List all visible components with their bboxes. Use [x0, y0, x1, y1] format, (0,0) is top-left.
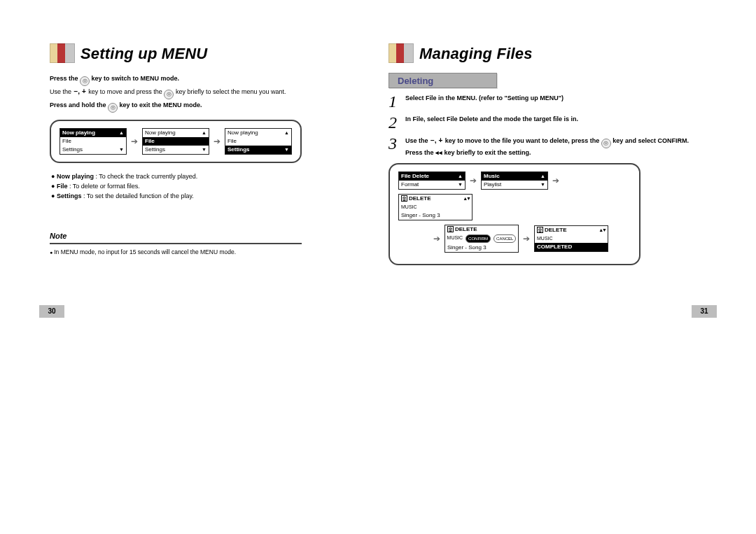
select-key-icon: ◎ [601, 139, 611, 148]
step-1: 1 Select File in the MENU. (refer to "Se… [388, 94, 706, 109]
arrow-icon: ➔ [214, 136, 220, 146]
step-2: 2 In File, select File Delete and the mo… [388, 115, 706, 130]
intro2b: key to move and press the [88, 88, 164, 95]
intro3a: Press and hold the [50, 101, 108, 108]
step-num: 1 [388, 94, 400, 109]
intro2a: Use the [50, 88, 74, 95]
note-text: In MENU mode, no input for 15 seconds wi… [50, 248, 368, 255]
page-title: Managing Files [419, 45, 533, 63]
screen1-row3: Settings [62, 146, 83, 153]
bullet-3: ● Settings : To set the detailed functio… [51, 191, 368, 201]
intro1b: key to switch to MENU mode. [92, 75, 180, 82]
title-bar-icon [50, 43, 75, 63]
screen2-row3: Settings [145, 146, 165, 153]
screen1-row1: Now playing [62, 129, 95, 136]
bullet-list: ● Now playing : To check the track curre… [51, 171, 368, 201]
screen3-row3: Settings [227, 146, 250, 153]
screen2-row2: File [145, 138, 155, 145]
page-number-left: 30 [39, 305, 64, 318]
screen3-row2: File [227, 138, 237, 145]
title-bar-icon [388, 43, 414, 63]
select-key-icon: ◎ [164, 90, 174, 99]
intro2c: key briefly to select the menu you want. [176, 88, 286, 95]
trash-icon: 🗑 [447, 226, 454, 232]
mini-screen-1: Now playing▲ File Settings▼ [59, 128, 127, 155]
step3-body: Use the −, + key to move to the file you… [405, 136, 706, 157]
section-banner: Deleting [388, 73, 497, 88]
screen-confirm: 🗑DELETE MUSIC CONFIRM CANCEL Singer - So… [444, 225, 519, 253]
rewind-icon: ◂◂ [435, 149, 442, 156]
right-page: Managing Files Deleting 1 Select File in… [378, 43, 717, 265]
screen-delete-song: 🗑DELETE▲▼ MUSIC Singer - Song 3 [398, 194, 472, 220]
screen2-row1: Now playing [145, 129, 176, 136]
screen-completed: 🗑DELETE▲▼ MUSIC COMPLETED [534, 225, 608, 252]
arrow-icon: ➔ [131, 136, 138, 146]
page-number-row: 30 31 [39, 305, 717, 318]
menu-key-icon: ◎ [80, 76, 90, 86]
note-block: Note In MENU mode, no input for 15 secon… [50, 229, 368, 255]
screen1-row2: File [62, 138, 71, 145]
intro1a: Press the [50, 75, 80, 82]
step1-text: Select File in the MENU. (refer to "Sett… [405, 94, 564, 101]
step-num: 3 [388, 136, 400, 151]
title-block-right: Managing Files [388, 43, 706, 63]
step-3: 3 Use the −, + key to move to the file y… [388, 136, 706, 157]
exit-key-icon: ◎ [108, 103, 118, 113]
arrow-icon: ➔ [470, 176, 477, 185]
bullet-2: ● File : To delete or format files. [51, 181, 368, 191]
page-title: Setting up MENU [80, 45, 207, 63]
steps: 1 Select File in the MENU. (refer to "Se… [388, 94, 706, 157]
section-label: Deleting [398, 76, 433, 86]
page-number-right: 31 [692, 305, 717, 318]
arrow-icon: ➔ [552, 176, 559, 185]
confirm-button: CONFIRM [465, 234, 491, 243]
bullet-1: ● Now playing : To check the track curre… [51, 171, 368, 181]
minus-plus-keys: −, + [74, 87, 87, 95]
delete-screens-box: File Delete▲ Format▼ ➔ Music▲ Playlist▼ … [388, 163, 640, 265]
title-block-left: Setting up MENU [50, 43, 368, 63]
note-label: Note [50, 232, 104, 244]
cancel-button: CANCEL [493, 234, 516, 243]
menu-screens-box: Now playing▲ File Settings▼ ➔ Now playin… [50, 120, 302, 163]
trash-icon: 🗑 [537, 227, 543, 233]
screen-music: Music▲ Playlist▼ [481, 171, 548, 190]
left-page: Setting up MENU Press the ◎ key to switc… [39, 43, 378, 265]
screen-file-delete: File Delete▲ Format▼ [398, 171, 465, 190]
step-num: 2 [388, 115, 400, 130]
arrow-icon: ➔ [433, 234, 440, 244]
intro3b: key to exit the MENU mode. [120, 101, 202, 108]
screen3-row1: Now playing [227, 129, 258, 136]
step2-text: In File, select File Delete and the mode… [405, 115, 578, 122]
mini-screen-2: Now playing▲ File Settings▼ [142, 128, 209, 155]
arrow-icon: ➔ [523, 234, 530, 244]
minus-plus-keys: −, + [430, 136, 443, 144]
trash-icon: 🗑 [401, 195, 407, 202]
intro-text: Press the ◎ key to switch to MENU mode. … [50, 73, 368, 113]
mini-screen-3: Now playing▲ File Settings▼ [225, 128, 292, 155]
